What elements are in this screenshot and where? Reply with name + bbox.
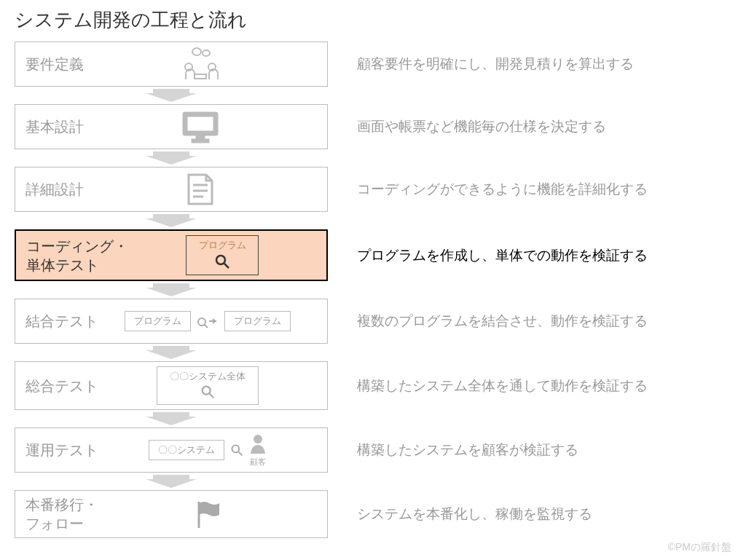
arrow-icon	[15, 410, 328, 427]
copyright-footer: ©PMの羅針盤	[668, 541, 731, 554]
step-desc: コーディングができるように機能を詳細化する	[357, 180, 731, 199]
step-row-3: 詳細設計 コーディングができるように機能を詳細化する	[15, 167, 731, 212]
step-box-production: 本番移行・ フォロー	[15, 490, 328, 538]
step-label: 詳細設計	[25, 180, 84, 199]
step-desc: プログラムを作成し、単体での動作を検証する	[357, 246, 731, 265]
step-desc: 顧客要件を明確にし、開発見積りを算出する	[357, 55, 731, 74]
step-label: 運用テスト	[25, 441, 98, 460]
svg-point-26	[232, 445, 239, 452]
step-box-system-test: 総合テスト 〇〇システム全体	[15, 361, 328, 410]
mini-system-whole-label: 〇〇システム全体	[166, 370, 249, 383]
magnifier-icon	[200, 384, 215, 401]
step-label: 基本設計	[25, 117, 84, 136]
svg-rect-4	[195, 74, 206, 79]
step-box-operation-test: 運用テスト 〇〇システム 顧客	[15, 427, 328, 473]
magnifier-icon	[230, 443, 243, 457]
step-label: 本番移行・ フォロー	[25, 495, 98, 533]
svg-point-23	[203, 387, 211, 395]
svg-marker-14	[146, 214, 197, 227]
svg-line-27	[238, 451, 242, 455]
step-row-2: 基本設計 画面や帳票など機能毎の仕様を決定する	[15, 104, 731, 149]
svg-marker-22	[146, 346, 197, 359]
svg-marker-21	[213, 318, 216, 324]
flag-icon	[98, 499, 317, 529]
step-label: 要件定義	[25, 55, 84, 74]
svg-marker-29	[146, 475, 197, 488]
svg-marker-5	[146, 89, 197, 102]
magnifier-arrow-icon	[197, 314, 219, 328]
mini-program-label: プログラム	[125, 311, 191, 331]
meeting-icon	[84, 47, 317, 82]
operation-icon: 〇〇システム 顧客	[98, 433, 317, 468]
step-box-integration-test: 結合テスト プログラム プログラム	[15, 299, 328, 344]
step-desc: 画面や帳票など機能毎の仕様を決定する	[357, 117, 731, 136]
step-desc: 構築したシステムを顧客が検証する	[357, 441, 731, 460]
step-label: 総合テスト	[25, 376, 98, 395]
step-row-8: 本番移行・ フォロー システムを本番化し、稼働を監視する	[15, 490, 731, 538]
svg-point-15	[216, 256, 225, 264]
step-row-6: 総合テスト 〇〇システム全体 構築したシステム全体を通して動作を検証する	[15, 361, 731, 410]
step-box-requirements: 要件定義	[15, 42, 328, 87]
step-label: コーディング・ 単体テスト	[26, 237, 128, 275]
svg-marker-10	[146, 151, 197, 165]
svg-marker-17	[146, 283, 197, 296]
arrow-icon	[15, 212, 328, 229]
system-whole-icon: 〇〇システム全体	[98, 366, 317, 405]
flow-container: 要件定義 顧客要件を明確にし、開発見積りを算出する 基本設計	[15, 42, 731, 538]
svg-point-1	[203, 50, 210, 56]
svg-point-28	[254, 435, 262, 443]
arrow-icon	[15, 149, 328, 167]
svg-rect-9	[192, 140, 208, 142]
svg-line-24	[210, 394, 213, 398]
step-label: 結合テスト	[25, 312, 98, 331]
step-row-4: コーディング・ 単体テスト プログラム プログラムを作成し、単体での動作を検証す…	[15, 229, 731, 281]
customer-label: 顧客	[249, 457, 267, 468]
person-icon	[249, 433, 267, 454]
step-box-coding-unit-test: コーディング・ 単体テスト プログラム	[15, 229, 328, 281]
monitor-icon	[84, 110, 317, 143]
magnifier-icon	[214, 253, 230, 272]
step-row-1: 要件定義 顧客要件を明確にし、開発見積りを算出する	[15, 42, 731, 87]
arrow-icon	[15, 87, 328, 104]
diagram-title: システム開発の工程と流れ	[15, 7, 731, 33]
mini-program-label: プログラム	[195, 239, 249, 252]
step-box-basic-design: 基本設計	[15, 104, 328, 149]
mini-program-label: プログラム	[224, 311, 291, 331]
step-box-detail-design: 詳細設計	[15, 167, 328, 212]
svg-point-0	[192, 48, 201, 55]
step-desc: システムを本番化し、稼働を監視する	[357, 505, 731, 524]
step-desc: 複数のプログラムを結合させ、動作を検証する	[357, 312, 731, 331]
program-inspect-icon: プログラム	[128, 235, 316, 275]
arrow-icon	[15, 281, 328, 299]
svg-rect-7	[186, 116, 214, 132]
svg-point-18	[198, 318, 205, 326]
svg-line-16	[224, 264, 229, 268]
arrow-icon	[15, 473, 328, 490]
document-icon	[84, 172, 317, 207]
mini-system-label: 〇〇システム	[149, 440, 224, 460]
step-desc: 構築したシステム全体を通して動作を検証する	[357, 376, 731, 395]
svg-line-19	[205, 325, 208, 328]
step-row-7: 運用テスト 〇〇システム 顧客 構築したシステム	[15, 427, 731, 473]
integration-icon: プログラム プログラム	[98, 311, 317, 331]
svg-marker-25	[146, 412, 197, 425]
arrow-icon	[15, 344, 328, 361]
step-row-5: 結合テスト プログラム プログラム 複数のプログラムを結合させ、動作を検証する	[15, 299, 731, 344]
